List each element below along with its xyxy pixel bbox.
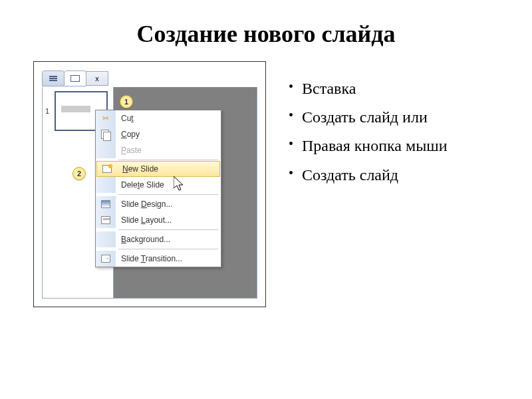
menu-copy[interactable]: Copy (96, 126, 221, 142)
slides-icon (70, 75, 80, 82)
list-item: Создать слайд или (286, 103, 448, 132)
menu-slide-design-label: Slide Design... (121, 200, 172, 209)
list-item: Создать слайд (286, 161, 448, 190)
menu-delete-slide[interactable]: Delete Slide (96, 177, 221, 193)
menu-separator (118, 160, 218, 160)
pane-close-button[interactable]: x (86, 71, 108, 86)
copy-icon (101, 130, 110, 139)
list-item: Правая кнопка мыши (286, 132, 448, 160)
slide-number: 1 (45, 107, 52, 115)
menu-new-slide[interactable]: New Slide (96, 161, 220, 177)
outline-icon (49, 78, 57, 79)
menu-slide-layout[interactable]: Slide Layout... (96, 212, 221, 228)
menu-slide-layout-label: Slide Layout... (121, 215, 172, 225)
menu-slide-design[interactable]: Slide Design... (96, 196, 221, 212)
close-icon: x (95, 74, 99, 82)
menu-delete-slide-label: Delete Slide (121, 180, 164, 190)
design-icon (101, 200, 110, 208)
screenshot-panel: x 1 1 2 Cu (33, 61, 266, 307)
scissors-icon (102, 114, 109, 123)
page-title: Создание нового слайда (33, 20, 499, 48)
menu-separator (118, 194, 218, 195)
menu-slide-transition[interactable]: Slide Transition... (96, 251, 221, 267)
transition-icon (101, 255, 110, 263)
menu-cut-label: Cut (121, 114, 134, 123)
context-menu: Cut Copy Paste New Slide (95, 110, 221, 267)
outline-tab[interactable] (42, 70, 65, 86)
menu-paste-label: Paste (121, 146, 142, 155)
menu-new-slide-label: New Slide (122, 164, 158, 174)
slides-tab[interactable] (64, 70, 86, 86)
instruction-list: Вставка Создать слайд или Правая кнопка … (286, 61, 448, 190)
menu-separator (118, 249, 218, 249)
layout-icon (101, 216, 110, 224)
callout-badge-2: 2 (72, 167, 86, 180)
list-item: Вставка (286, 74, 448, 103)
menu-slide-transition-label: Slide Transition... (121, 254, 182, 263)
powerpoint-shell: x 1 1 2 Cu (42, 70, 257, 299)
presentation-slide: Создание нового слайда x (0, 0, 532, 327)
callout-badge-1: 1 (120, 95, 133, 108)
tab-bar: x (42, 70, 257, 87)
new-slide-icon (102, 165, 112, 173)
menu-separator (118, 229, 218, 230)
menu-background[interactable]: Background... (96, 231, 221, 247)
menu-background-label: Background... (121, 235, 170, 244)
menu-paste: Paste (96, 142, 221, 158)
menu-cut[interactable]: Cut (96, 110, 221, 126)
menu-copy-label: Copy (121, 130, 140, 139)
content-row: x 1 1 2 Cu (33, 61, 499, 307)
